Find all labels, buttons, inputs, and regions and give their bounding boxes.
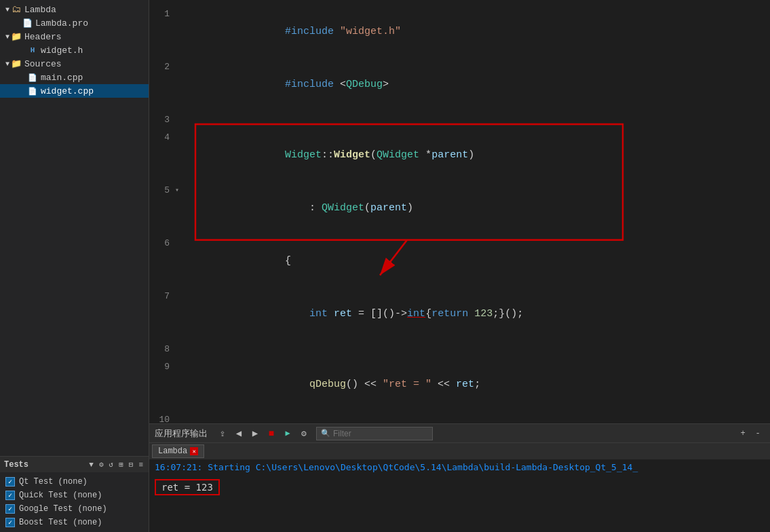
qdebug-class: QDebug: [346, 79, 383, 90]
project-root[interactable]: ▼ 🗂 Lambda: [0, 3, 149, 16]
parent-var-5: parent: [370, 202, 407, 214]
main-cpp-label: main.cpp: [41, 73, 83, 83]
output-result-container: ret = 123: [155, 476, 765, 495]
output-next-btn[interactable]: ▶: [248, 428, 262, 440]
line-num-10: 10: [149, 411, 183, 423]
output-stop-btn[interactable]: ■: [265, 428, 278, 440]
tree-item-pro[interactable]: 📄 Lambda.pro: [0, 16, 149, 30]
line-content-9: qDebug() << "ret = " << ret;: [186, 358, 770, 411]
output-content: 16:07:21: Starting C:\Users\Lenovo\Deskt…: [149, 459, 770, 532]
sources-label: Sources: [24, 59, 62, 69]
tests-list: Qt Test (none) Quick Test (none) Google …: [0, 472, 149, 532]
widget-cpp-label: widget.cpp: [41, 86, 94, 96]
line-content-5: : QWidget(parent): [186, 182, 770, 235]
widget-class-4: Widget: [285, 149, 322, 161]
line-content-4: Widget::Widget(QWidget *parent): [186, 129, 770, 182]
tests-header: Tests ▼ ⚙ ↺ ⊞ ⊟ ≡: [0, 457, 149, 472]
expand-arrow-sources: ▼: [5, 60, 9, 68]
line-content-6: {: [186, 235, 770, 288]
test-label-boost: Boost Test (none): [19, 518, 102, 527]
code-editor[interactable]: 1 #include "widget.h" 2 #include <QDebug…: [149, 0, 770, 423]
tests-btn2[interactable]: ↺: [108, 459, 115, 470]
code-line-8: 8: [149, 341, 770, 358]
tree-item-headers[interactable]: ▼ 📁 Headers: [0, 30, 149, 43]
output-panel: 应用程序输出 ⇪ ◀ ▶ ■ ▶ ⚙ 🔍 + -: [149, 423, 770, 532]
code-line-4: 4 Widget::Widget(QWidget *parent): [149, 129, 770, 182]
project-icon: 🗂: [11, 4, 22, 15]
line-num-5: 5 ▾: [149, 182, 183, 200]
line-num-6: 6: [149, 235, 183, 252]
headers-label: Headers: [24, 32, 62, 42]
test-item-qt[interactable]: Qt Test (none): [0, 475, 149, 489]
output-prev-btn[interactable]: ◀: [232, 428, 246, 440]
line-num-9: 9: [149, 358, 183, 376]
tests-btn4[interactable]: ⊟: [128, 459, 135, 470]
test-checkbox-quick[interactable]: [5, 491, 15, 500]
test-label-qt: Qt Test (none): [19, 477, 88, 487]
tree-item-main-cpp[interactable]: 📄 main.cpp: [0, 71, 149, 84]
headers-folder-icon: 📁: [11, 31, 22, 42]
sources-folder-icon: 📁: [11, 58, 22, 69]
output-tab-lambda[interactable]: Lambda ✕: [152, 444, 204, 458]
output-log: 16:07:21: Starting C:\Users\Lenovo\Deskt…: [155, 462, 765, 472]
lambda-return-type: int: [407, 308, 425, 320]
line-num-7: 7: [149, 288, 183, 305]
output-filter-input[interactable]: [333, 429, 428, 438]
code-lines: 1 #include "widget.h" 2 #include <QDebug…: [149, 0, 770, 423]
cpp-file-icon-main: 📄: [27, 72, 38, 83]
tests-btn5[interactable]: ≡: [137, 460, 145, 470]
line-content-3: [186, 111, 770, 129]
output-tab-close[interactable]: ✕: [190, 447, 198, 455]
line-num-3: 3: [149, 111, 183, 129]
tests-filter-btn[interactable]: ▼: [88, 460, 95, 470]
project-name: Lambda: [24, 5, 56, 15]
output-tab-label: Lambda: [158, 446, 187, 456]
line-content-2: #include <QDebug>: [186, 58, 770, 111]
cpp-file-icon-widget: 📄: [27, 86, 38, 96]
output-icon-1[interactable]: ⇪: [216, 428, 229, 440]
test-checkbox-google[interactable]: [5, 504, 15, 514]
line-num-2: 2: [149, 58, 183, 76]
output-settings-btn[interactable]: ⚙: [297, 428, 311, 440]
line-content-7: int ret = []()->int{return 123;}();: [186, 288, 770, 341]
output-minus-btn[interactable]: -: [751, 428, 765, 440]
tree-item-widget-h[interactable]: H widget.h: [0, 43, 149, 57]
parent-var: parent: [431, 149, 468, 161]
fold-arrow-5: ▾: [175, 182, 179, 200]
tests-btn1[interactable]: ⚙: [98, 459, 105, 470]
line-num-4: 4: [149, 129, 183, 147]
code-editor-container: 1 #include "widget.h" 2 #include <QDebug…: [149, 0, 770, 423]
test-item-quick[interactable]: Quick Test (none): [0, 489, 149, 502]
tree-item-widget-cpp[interactable]: 📄 widget.cpp: [0, 84, 149, 98]
test-item-boost[interactable]: Boost Test (none): [0, 516, 149, 529]
widget-h-label: widget.h: [41, 45, 83, 56]
sidebar: ▼ 🗂 Lambda 📄 Lambda.pro ▼ 📁 Headers H wi…: [0, 0, 149, 532]
output-plus-btn[interactable]: +: [736, 428, 750, 440]
code-line-9: 9 qDebug() << "ret = " << ret;: [149, 358, 770, 411]
ret-var: ret: [334, 308, 352, 320]
line-content-1: #include "widget.h": [186, 5, 770, 58]
tests-btn3[interactable]: ⊞: [117, 459, 125, 470]
file-tree: ▼ 🗂 Lambda 📄 Lambda.pro ▼ 📁 Headers H wi…: [0, 0, 149, 456]
literal-123: 123: [474, 308, 493, 320]
output-filter-box[interactable]: 🔍: [316, 427, 433, 440]
code-line-6: 6 {: [149, 235, 770, 288]
pro-file-label: Lambda.pro: [35, 18, 88, 28]
output-run-btn[interactable]: ▶: [281, 428, 294, 440]
qwidget-base: QWidget: [322, 202, 364, 214]
output-toolbar: 应用程序输出 ⇪ ◀ ▶ ■ ▶ ⚙ 🔍 + -: [149, 424, 770, 443]
code-line-5: 5 ▾ : QWidget(parent): [149, 182, 770, 235]
code-line-1: 1 #include "widget.h": [149, 5, 770, 58]
include-str-1: "widget.h": [340, 26, 401, 37]
qwidget-class: QWidget: [377, 149, 419, 161]
test-checkbox-boost[interactable]: [5, 518, 15, 527]
code-line-2: 2 #include <QDebug>: [149, 58, 770, 111]
test-checkbox-qt[interactable]: [5, 477, 15, 487]
tree-item-sources[interactable]: ▼ 📁 Sources: [0, 57, 149, 71]
widget-ctor: Widget: [334, 149, 370, 161]
line-content-8: [186, 341, 770, 358]
tests-title: Tests: [4, 460, 85, 470]
test-item-google[interactable]: Google Test (none): [0, 502, 149, 516]
code-line-3: 3: [149, 111, 770, 129]
expand-arrow: ▼: [5, 6, 9, 14]
